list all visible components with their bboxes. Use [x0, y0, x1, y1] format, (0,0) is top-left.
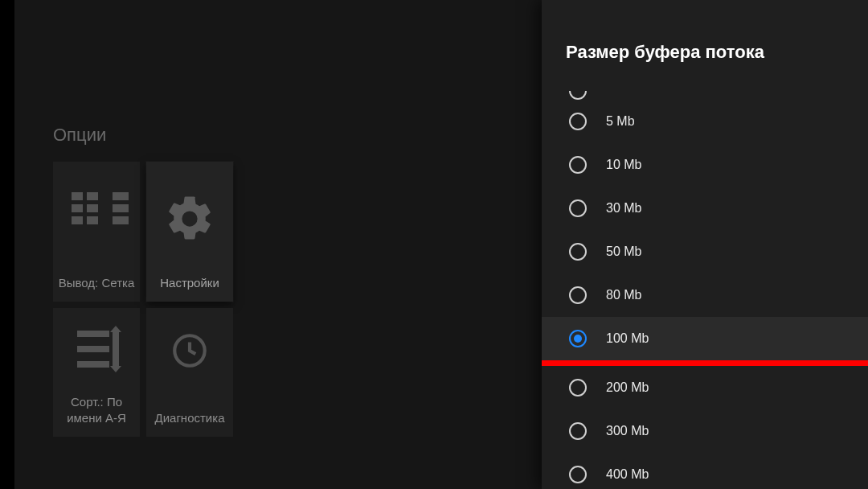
option-row-partial[interactable]	[542, 84, 868, 100]
option-row-200mb[interactable]: 200 Mb	[542, 366, 868, 409]
option-row-100mb[interactable]: 100 Mb	[542, 317, 868, 360]
main-area: Опции Вывод: Сетка	[14, 0, 542, 489]
option-label: 10 Mb	[606, 158, 641, 172]
option-row-80mb[interactable]: 80 Mb	[542, 273, 868, 317]
left-edge-bar	[0, 0, 14, 489]
option-label: 50 Mb	[606, 244, 641, 259]
scrim-overlay	[14, 0, 542, 489]
drawer-title: Размер буфера потока	[566, 42, 844, 63]
buffer-options-list: 5 Mb 10 Mb 30 Mb 50 Mb 80 Mb 100 Mb	[542, 84, 868, 489]
option-row-30mb[interactable]: 30 Mb	[542, 187, 868, 230]
option-label: 200 Mb	[606, 380, 649, 395]
radio-icon	[569, 156, 587, 174]
radio-icon	[569, 91, 587, 100]
option-row-10mb[interactable]: 10 Mb	[542, 143, 868, 187]
radio-icon	[569, 466, 587, 483]
option-label: 30 Mb	[606, 201, 641, 216]
option-label: 300 Mb	[606, 424, 649, 438]
radio-icon	[569, 243, 587, 261]
option-label: 100 Mb	[606, 331, 649, 346]
option-label: 5 Mb	[606, 114, 635, 129]
option-label: 80 Mb	[606, 288, 641, 302]
option-label: 400 Mb	[606, 467, 649, 482]
radio-icon	[569, 199, 587, 217]
radio-icon	[569, 422, 587, 440]
option-row-400mb[interactable]: 400 Mb	[542, 453, 868, 489]
option-row-50mb[interactable]: 50 Mb	[542, 230, 868, 273]
radio-icon	[569, 286, 587, 304]
option-row-5mb[interactable]: 5 Mb	[542, 100, 868, 143]
option-row-300mb[interactable]: 300 Mb	[542, 409, 868, 453]
radio-icon	[569, 379, 587, 397]
radio-icon	[569, 113, 587, 130]
highlight-bar	[542, 360, 868, 366]
radio-icon	[569, 330, 587, 347]
buffer-size-drawer: Размер буфера потока 5 Mb 10 Mb 30 Mb 50…	[542, 0, 868, 489]
